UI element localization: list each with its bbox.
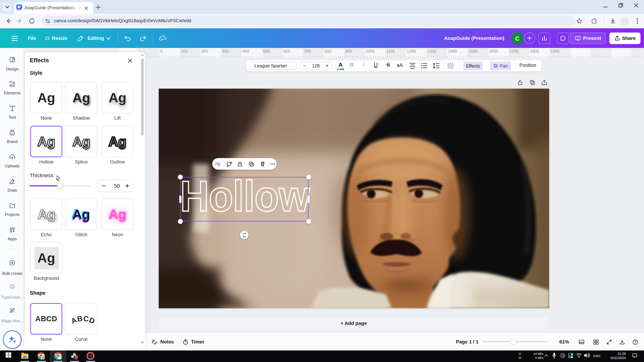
svg-text:co: co (11, 132, 14, 134)
svg-text:ABCD: ABCD (70, 314, 96, 326)
